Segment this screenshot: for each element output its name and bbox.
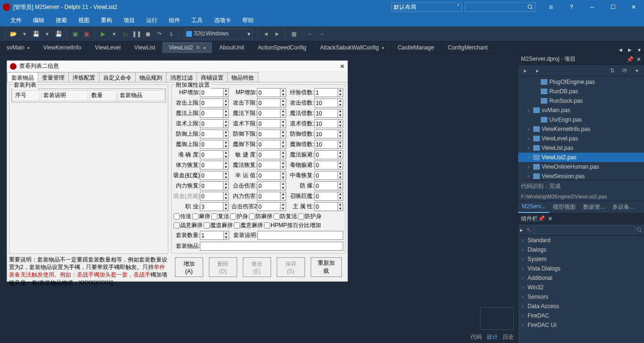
- run-no-debug-icon[interactable]: ▷: [120, 29, 131, 39]
- tree-item[interactable]: RunSock.pas: [518, 96, 644, 106]
- tab-ViewList[interactable]: ViewList: [128, 42, 162, 53]
- spin-input[interactable]: ▲▼: [314, 140, 343, 149]
- spin-input[interactable]: ▲▼: [314, 119, 343, 128]
- set-count-input[interactable]: ▲▼: [200, 231, 229, 240]
- project-tree[interactable]: PlugOfEngine.pasRunDB.pasRunSock.pas›svM…: [518, 76, 644, 180]
- menu-项目[interactable]: 项目: [118, 15, 140, 26]
- check-护身[interactable]: 护身: [230, 212, 248, 220]
- save-button[interactable]: 保存(S): [277, 257, 305, 277]
- tab-AttackSabukWallConfig[interactable]: AttackSabukWallConfig: [314, 42, 391, 53]
- tab-ViewLevel[interactable]: ViewLevel: [88, 42, 127, 53]
- check-传送[interactable]: 传送: [173, 212, 191, 220]
- tree-item[interactable]: UsrEngn.pas: [518, 115, 644, 124]
- dialog-titlebar[interactable]: 查看列表二信息 ✕: [7, 61, 347, 72]
- proj-collapse-icon[interactable]: ▾: [632, 65, 642, 76]
- nav-back-icon[interactable]: ←: [305, 29, 315, 39]
- menu-视图[interactable]: 视图: [73, 15, 95, 26]
- spin-input[interactable]: ▲▼: [314, 88, 343, 97]
- tab-menu-icon[interactable]: ▾: [635, 47, 644, 53]
- tree-item[interactable]: PlugOfEngine.pas: [518, 77, 644, 87]
- palette-close-icon[interactable]: ✕: [548, 215, 553, 222]
- tree-item[interactable]: ›ViewKernelInfo.pas: [518, 124, 644, 134]
- palette-category[interactable]: ›System: [518, 254, 644, 264]
- spin-input[interactable]: ▲▼: [257, 98, 286, 107]
- save-all-icon[interactable]: 💾: [53, 29, 64, 39]
- spin-input[interactable]: ▲▼: [200, 88, 229, 97]
- col-header[interactable]: 序号: [13, 90, 40, 101]
- platform-combo[interactable]: 32位Windows▾: [184, 29, 253, 39]
- subtab-1[interactable]: 变量管理: [38, 72, 69, 82]
- tab-svMain[interactable]: svMain: [0, 42, 37, 53]
- pause-icon[interactable]: ❚❚: [132, 29, 142, 39]
- palette-category[interactable]: ›Additional: [518, 273, 644, 283]
- subtab-2[interactable]: 淬炼配置: [68, 72, 99, 82]
- menu-搜索[interactable]: 搜索: [50, 15, 73, 26]
- component-palette[interactable]: ›Standard›Dialogs›System›Vista Dialogs›A…: [518, 236, 644, 343]
- spin-input[interactable]: ▲▼: [314, 98, 343, 107]
- navigator-thumbnail[interactable]: [480, 307, 514, 330]
- open-icon[interactable]: 📂: [8, 29, 18, 39]
- tab-AboutUnit[interactable]: AboutUnit: [213, 42, 251, 53]
- check-复活[interactable]: 复活: [211, 212, 229, 220]
- desktop-icon[interactable]: ⎚: [540, 0, 561, 14]
- add-button[interactable]: 增加(A): [175, 257, 203, 277]
- spin-input[interactable]: ▲▼: [257, 130, 286, 139]
- code-tab[interactable]: 代码: [471, 333, 482, 341]
- menu-选项卡[interactable]: 选项卡: [208, 15, 237, 26]
- spin-input[interactable]: ▲▼: [314, 161, 343, 170]
- palette-search-input[interactable]: [533, 226, 635, 234]
- menu-运行[interactable]: 运行: [140, 15, 163, 26]
- spin-input[interactable]: ▲▼: [257, 119, 286, 128]
- subtab-3[interactable]: 自定义命令: [99, 72, 136, 82]
- form-icon[interactable]: ▦: [289, 29, 299, 39]
- palette-menu-icon[interactable]: ▸: [520, 227, 523, 233]
- check-魔意麻痹[interactable]: 魔意麻痹: [234, 221, 263, 229]
- tree-item[interactable]: ›svMain.pas: [518, 106, 644, 115]
- tree-item[interactable]: RunDB.pas: [518, 87, 644, 96]
- add-file-icon[interactable]: ▣: [70, 29, 80, 39]
- spin-input[interactable]: ▲▼: [314, 150, 343, 159]
- tab-scroll-right[interactable]: ►: [625, 47, 635, 53]
- design-tab[interactable]: 设计: [487, 333, 498, 341]
- tree-item[interactable]: ›ViewList.pas: [518, 143, 644, 153]
- spin-input[interactable]: ▲▼: [200, 130, 229, 139]
- spin-input[interactable]: ▲▼: [257, 171, 286, 180]
- palette-category[interactable]: ›FireDAC: [518, 311, 644, 320]
- col-header[interactable]: 套装说明: [41, 90, 88, 101]
- run-icon[interactable]: ▶: [98, 29, 108, 39]
- check-防麻痹[interactable]: 防麻痹: [249, 212, 272, 220]
- palette-category[interactable]: ›Data Access: [518, 302, 644, 311]
- proj-subtab[interactable]: 多设备...: [609, 201, 638, 213]
- search-icon[interactable]: [636, 227, 642, 233]
- tree-item[interactable]: ›ViewLevel.pas: [518, 134, 644, 143]
- spin-input[interactable]: ▲▼: [200, 119, 229, 128]
- palette-category[interactable]: ›Standard: [518, 236, 644, 245]
- menu-帮助[interactable]: 帮助: [237, 15, 259, 26]
- spin-input[interactable]: ▲▼: [257, 192, 286, 201]
- open-dropdown-icon[interactable]: ▾: [19, 29, 30, 39]
- modify-button[interactable]: 修改(E): [243, 257, 271, 277]
- spin-input[interactable]: ▲▼: [314, 171, 343, 180]
- save-dropdown-icon[interactable]: ▾: [42, 29, 52, 39]
- spin-input[interactable]: ▲▼: [257, 109, 286, 118]
- check-防复活[interactable]: 防复活: [273, 212, 297, 220]
- set-desc-input[interactable]: [257, 231, 343, 240]
- spin-input[interactable]: ▲▼: [257, 140, 286, 149]
- spin-input[interactable]: ▲▼: [314, 192, 343, 201]
- tree-item[interactable]: ›ViewSession.pas: [518, 172, 644, 180]
- nav-fwd-icon[interactable]: →: [316, 29, 327, 39]
- tab-scroll-left[interactable]: ◄: [616, 47, 625, 53]
- check-麻痹[interactable]: 麻痹: [192, 212, 210, 220]
- pin-icon[interactable]: 📌: [627, 56, 634, 63]
- proj-add-icon[interactable]: ▸: [520, 65, 530, 76]
- proj-subtab[interactable]: 数据资...: [579, 201, 609, 213]
- tab-ActionSpeedConfig[interactable]: ActionSpeedConfig: [251, 42, 314, 53]
- spin-input[interactable]: ▲▼: [200, 171, 229, 180]
- palette-category[interactable]: ›Sensors: [518, 292, 644, 302]
- proj-new-icon[interactable]: ▸: [532, 65, 543, 76]
- dialog-close-icon[interactable]: ✕: [340, 63, 345, 70]
- menu-工具[interactable]: 工具: [186, 15, 208, 26]
- subtab-6[interactable]: 商铺设置: [197, 72, 228, 82]
- spin-input[interactable]: ▲▼: [200, 192, 229, 201]
- menu-编辑[interactable]: 编辑: [27, 15, 50, 26]
